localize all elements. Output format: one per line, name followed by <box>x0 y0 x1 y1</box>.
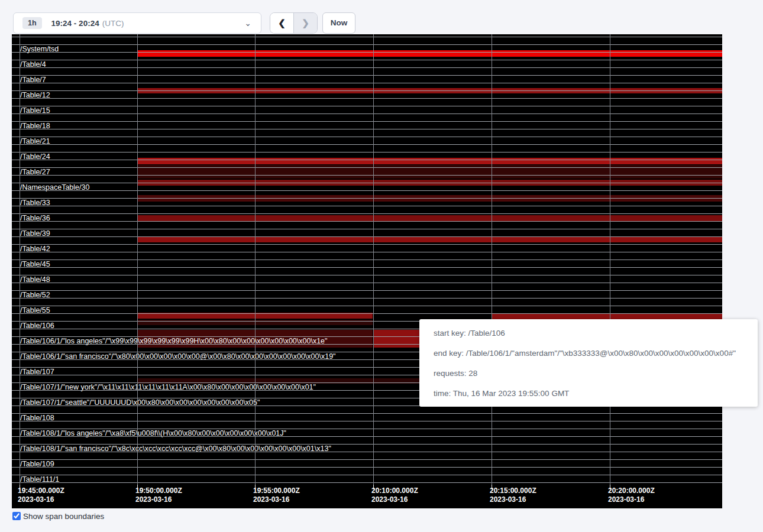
tooltip-end-key: end key: /Table/106/1/"amsterdam"/"\xb33… <box>434 348 743 359</box>
span-boundary-line <box>12 113 722 114</box>
chevron-left-icon: ❮ <box>278 18 286 28</box>
x-axis-label: 20:10:00.000Z2023-03-16 <box>371 486 418 504</box>
span-boundary-line <box>12 275 722 275</box>
span-boundary-line <box>12 137 722 137</box>
span-boundary-line <box>12 283 722 283</box>
heat-band <box>138 50 722 57</box>
heat-band <box>138 215 722 221</box>
span-boundary-line <box>12 213 722 214</box>
span-boundary-line <box>12 444 722 445</box>
show-span-boundaries-checkbox[interactable] <box>12 512 21 520</box>
column-boundary-line <box>255 34 256 485</box>
x-axis-label: 19:50:00.000Z2023-03-16 <box>135 486 182 504</box>
key-visualizer-heatmap[interactable]: /System/tsd/Table/4/Table/7/Table/12/Tab… <box>12 34 722 508</box>
span-boundary-line <box>12 152 722 153</box>
span-boundary-line <box>12 67 722 68</box>
range-duration-badge: 1h <box>22 17 42 29</box>
span-boundary-line <box>12 298 722 299</box>
span-boundary-line <box>12 429 722 429</box>
time-range-selector[interactable]: 1h 19:24 - 20:24 (UTC) ⌄ <box>13 12 261 34</box>
prev-window-button[interactable]: ❮ <box>270 13 294 33</box>
span-boundary-line <box>12 75 722 76</box>
column-boundary-line <box>492 34 492 485</box>
heat-band <box>138 158 722 164</box>
span-boundary-line <box>12 267 722 268</box>
tooltip-time: time: Thu, 16 Mar 2023 19:55:00 GMT <box>434 388 743 400</box>
span-boundary-line <box>12 144 722 145</box>
span-boundary-line <box>12 452 722 452</box>
x-axis-label: 20:15:00.000Z2023-03-16 <box>490 486 536 504</box>
span-boundary-line <box>12 421 722 421</box>
chevron-right-icon: ❯ <box>302 18 309 28</box>
span-boundary-line <box>12 313 722 314</box>
span-boundary-line <box>12 221 722 222</box>
span-boundary-line <box>12 482 722 483</box>
span-boundary-line <box>12 121 722 122</box>
now-button[interactable]: Now <box>322 12 355 34</box>
span-boundary-line <box>12 160 722 160</box>
span-boundary-line <box>12 475 722 475</box>
span-boundary-line <box>12 459 722 460</box>
column-boundary-line <box>373 34 374 485</box>
span-boundary-line <box>12 90 722 91</box>
column-boundary-line <box>20 34 20 485</box>
tooltip-start-key: start key: /Table/106 <box>434 327 743 339</box>
span-boundary-line <box>12 98 722 99</box>
span-boundary-line <box>12 175 722 176</box>
span-boundary-line <box>12 129 722 129</box>
span-boundary-line <box>12 167 722 168</box>
span-boundary-line <box>12 190 722 191</box>
span-boundary-line <box>12 44 722 45</box>
x-axis-label: 19:55:00.000Z2023-03-16 <box>253 486 300 504</box>
show-span-boundaries-label: Show span boundaries <box>23 512 104 521</box>
x-axis-label: 19:45:00.000Z2023-03-16 <box>18 486 64 504</box>
span-boundary-line <box>12 259 722 260</box>
span-boundary-line <box>12 206 722 206</box>
tooltip-requests: requests: 28 <box>434 368 743 379</box>
span-boundary-line <box>12 106 722 106</box>
span-boundary-line <box>12 198 722 199</box>
next-window-button-disabled[interactable]: ❯ <box>294 13 317 33</box>
span-boundary-line <box>12 60 722 60</box>
show-span-boundaries-row: Show span boundaries <box>12 512 104 521</box>
span-boundary-line <box>12 467 722 468</box>
span-boundary-line <box>12 229 722 229</box>
span-boundary-line <box>12 436 722 437</box>
span-boundary-line <box>12 52 722 53</box>
time-nav-group: ❮ ❯ <box>270 12 318 34</box>
range-label: 19:24 - 20:24 <box>51 19 99 28</box>
span-boundary-line <box>12 306 722 306</box>
span-boundary-line <box>12 244 722 245</box>
column-boundary-line <box>137 34 138 485</box>
heatmap-tooltip: start key: /Table/106 end key: /Table/10… <box>419 319 758 407</box>
span-boundary-line <box>12 83 722 83</box>
span-boundary-line <box>12 252 722 252</box>
range-timezone: (UTC) <box>102 19 124 28</box>
heat-band <box>138 236 722 242</box>
chevron-down-icon: ⌄ <box>244 20 251 26</box>
span-boundary-line <box>12 290 722 291</box>
x-axis-label: 20:20:00.000Z2023-03-16 <box>608 486 655 504</box>
span-boundary-line <box>12 183 722 183</box>
span-boundary-line <box>12 37 722 37</box>
column-boundary-line <box>610 34 610 485</box>
span-boundary-line <box>12 413 722 414</box>
span-boundary-line <box>12 236 722 237</box>
